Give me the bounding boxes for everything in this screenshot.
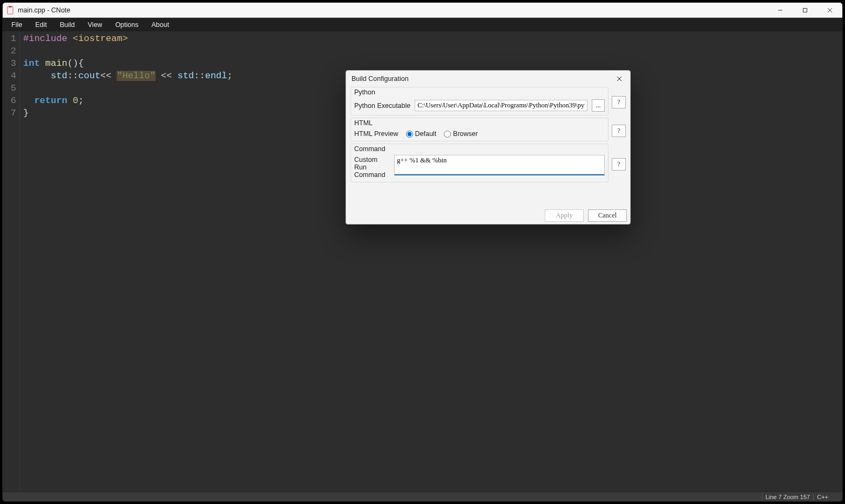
python-help-button[interactable]: ? <box>612 96 626 108</box>
statusbar: Line 7 Zoom 157 C++ <box>3 492 842 501</box>
line-gutter: 1 2 3 4 5 6 7 <box>3 31 20 492</box>
gutter-line: 4 <box>3 70 19 82</box>
command-group: Command Custom Run Command <box>350 144 609 182</box>
status-line-zoom: Line 7 Zoom 157 <box>762 494 814 500</box>
menu-edit[interactable]: Edit <box>29 18 53 31</box>
build-config-dialog: Build Configuration Python Python Execut… <box>346 70 631 224</box>
custom-run-input[interactable] <box>394 155 605 175</box>
html-preview-browser[interactable]: Browser <box>444 130 478 138</box>
gutter-line: 2 <box>3 45 19 57</box>
menu-view[interactable]: View <box>82 18 109 31</box>
html-group: HTML HTML Preview Default Browser <box>350 118 609 141</box>
main-titlebar[interactable]: main.cpp - CNote <box>3 3 842 18</box>
gutter-line: 1 <box>3 32 19 45</box>
maximize-button[interactable] <box>793 3 817 18</box>
svg-rect-3 <box>803 8 807 12</box>
gutter-line: 6 <box>3 94 19 107</box>
menu-file[interactable]: File <box>5 18 29 31</box>
minimize-button[interactable] <box>768 3 793 18</box>
custom-run-label: Custom Run Command <box>354 155 391 179</box>
radio-default[interactable] <box>406 131 413 138</box>
python-browse-button[interactable]: ... <box>592 99 605 112</box>
window-title: main.cpp - CNote <box>18 6 70 14</box>
svg-rect-1 <box>9 6 12 8</box>
menubar: File Edit Build View Options About <box>3 18 842 31</box>
html-legend: HTML <box>354 119 605 127</box>
menu-options[interactable]: Options <box>109 18 145 31</box>
menu-about[interactable]: About <box>145 18 175 31</box>
html-preview-label: HTML Preview <box>354 130 398 138</box>
radio-browser[interactable] <box>444 131 451 138</box>
gutter-line: 3 <box>3 57 19 70</box>
html-help-button[interactable]: ? <box>612 125 626 137</box>
window-close-button[interactable] <box>817 3 842 18</box>
dialog-title: Build Configuration <box>351 75 409 83</box>
python-exe-label: Python Executable <box>354 102 410 110</box>
menu-build[interactable]: Build <box>53 18 82 31</box>
status-language: C++ <box>813 494 832 500</box>
apply-button[interactable]: Apply <box>545 209 584 222</box>
gutter-line: 7 <box>3 107 19 119</box>
dialog-button-row: Apply Cancel <box>346 207 630 224</box>
python-group: Python Python Executable ... <box>350 87 609 115</box>
python-legend: Python <box>354 88 605 96</box>
python-exe-input[interactable] <box>415 100 587 111</box>
html-preview-default[interactable]: Default <box>406 130 437 138</box>
svg-rect-0 <box>8 6 13 14</box>
gutter-line: 5 <box>3 82 19 94</box>
app-icon <box>6 6 15 15</box>
command-legend: Command <box>354 145 605 153</box>
dialog-titlebar[interactable]: Build Configuration <box>346 71 630 87</box>
dialog-close-button[interactable] <box>609 71 630 87</box>
command-help-button[interactable]: ? <box>612 158 626 171</box>
resize-grip[interactable] <box>832 492 839 501</box>
cancel-button[interactable]: Cancel <box>588 209 627 222</box>
